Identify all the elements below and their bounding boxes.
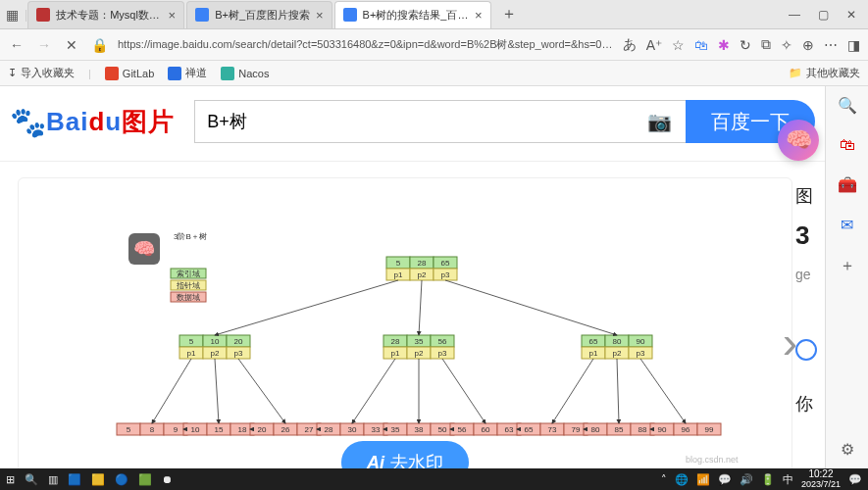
window-maximize-icon[interactable]: ▢	[818, 8, 829, 22]
address-url[interactable]: https://image.baidu.com/search/detail?ct…	[118, 37, 613, 52]
baidu-icon	[195, 8, 209, 22]
taskbar-app[interactable]: ⏺	[162, 473, 173, 485]
back-button[interactable]: ←	[8, 37, 26, 53]
svg-line-56	[419, 280, 422, 335]
new-tab-button[interactable]: ＋	[493, 4, 525, 24]
svg-text:p3: p3	[441, 270, 450, 279]
browser-tab-1[interactable]: B+树_百度图片搜索 ×	[186, 1, 332, 28]
stop-reload-button[interactable]: ✕	[63, 37, 80, 53]
shopping-icon[interactable]: 🛍	[694, 37, 708, 53]
tab-close-icon[interactable]: ×	[169, 8, 177, 23]
sidebar-toggle-icon[interactable]: ◨	[847, 37, 860, 53]
tray-ime[interactable]: 中	[783, 472, 793, 487]
window-minimize-icon[interactable]: —	[789, 8, 800, 22]
bplus-tree-diagram: 3阶B＋树索引域指针域数据域52865p1p2p351020p1p2p32835…	[19, 178, 793, 468]
tray-battery[interactable]: 🔋	[761, 473, 775, 486]
edge-tool-search[interactable]: 🔍	[838, 96, 857, 115]
taskbar-app[interactable]: 🟩	[138, 473, 152, 486]
taskbar-app[interactable]: 🔵	[115, 473, 128, 486]
bookmark-label: Nacos	[238, 68, 269, 79]
refresh-icon[interactable]: ↻	[740, 37, 751, 53]
svg-text:5: 5	[396, 259, 401, 268]
tray-chevron[interactable]: ˄	[661, 473, 667, 486]
forward-button[interactable]: →	[35, 37, 53, 53]
tray-icon[interactable]: 📶	[696, 473, 710, 486]
bookmark-nacos[interactable]: Nacos	[221, 67, 269, 80]
svg-text:79: 79	[572, 425, 581, 434]
tray-notifications[interactable]: 💬	[848, 473, 862, 486]
svg-text:p3: p3	[438, 349, 447, 358]
svg-text:索引域: 索引域	[177, 270, 200, 278]
svg-text:30: 30	[348, 425, 357, 434]
tray-icon[interactable]: 🌐	[675, 473, 689, 486]
svg-text:90: 90	[658, 425, 667, 434]
taskbar-app[interactable]: 🟦	[68, 473, 81, 486]
task-view-button[interactable]: ▥	[48, 473, 58, 486]
edge-tool-outlook[interactable]: ✉	[841, 216, 853, 234]
svg-text:p2: p2	[418, 270, 427, 279]
window-close-icon[interactable]: ✕	[846, 8, 856, 22]
svg-text:96: 96	[682, 425, 690, 434]
ai-float-button[interactable]: 🧠	[778, 120, 819, 161]
favorite-icon[interactable]: ☆	[672, 37, 685, 53]
svg-text:20: 20	[258, 425, 267, 434]
svg-text:blog.csdn.net: blog.csdn.net	[686, 455, 739, 465]
ai-label: Ai	[367, 453, 384, 469]
tray-sound[interactable]: 🔊	[740, 473, 753, 486]
svg-text:28: 28	[325, 425, 333, 434]
baidu-image-label: 图片	[122, 105, 175, 139]
svg-line-112	[152, 359, 191, 423]
extension-icon[interactable]: ✱	[718, 37, 730, 53]
tab-label: 技术专题：Mysql数据库（视图,	[56, 8, 162, 23]
edge-tool-settings[interactable]: ⚙	[841, 440, 854, 459]
svg-text:28: 28	[391, 337, 400, 346]
taskbar-time[interactable]: 10:22	[801, 469, 841, 479]
svg-text:90: 90	[637, 337, 645, 346]
remove-watermark-button[interactable]: Ai 去水印	[341, 441, 469, 468]
import-bookmarks-button[interactable]: ↧ 导入收藏夹	[8, 66, 75, 80]
svg-text:88: 88	[638, 425, 647, 434]
tab-label: B+树_百度图片搜索	[215, 8, 310, 23]
camera-search-icon[interactable]: 📷	[634, 110, 686, 133]
downloads-icon[interactable]: ⊕	[802, 37, 814, 53]
baidu-image-logo[interactable]: 🐾 Baidu 图片	[10, 105, 175, 139]
browser-tab-2[interactable]: B+树的搜索结果_百度图片搜索 ×	[334, 1, 491, 28]
svg-text:p3: p3	[637, 349, 645, 358]
svg-text:35: 35	[391, 425, 400, 434]
baidu-icon	[343, 8, 357, 22]
bookmark-label: 禅道	[185, 66, 207, 80]
import-label: 导入收藏夹	[21, 66, 75, 80]
other-bookmarks-button[interactable]: 📁 其他收藏夹	[789, 66, 860, 80]
search-button[interactable]: 🔍	[25, 473, 38, 486]
baidu-search-bar: 🐾 Baidu 图片 📷 百度一下	[0, 86, 825, 162]
tab-overview-icon[interactable]: ▦	[6, 7, 19, 23]
taskbar-app[interactable]: 🟨	[91, 473, 105, 486]
bookmark-gitlab[interactable]: GitLab	[105, 67, 154, 80]
bookmark-label: GitLab	[123, 68, 154, 79]
tab-close-icon[interactable]: ×	[475, 8, 483, 23]
tray-wechat[interactable]: 💬	[718, 473, 732, 486]
translate-icon[interactable]: あ	[623, 36, 637, 54]
site-lock-icon[interactable]: 🔒	[90, 37, 108, 53]
browser-tab-0[interactable]: 技术专题：Mysql数据库（视图, ×	[27, 1, 184, 28]
svg-text:65: 65	[525, 425, 534, 434]
edge-tool-more[interactable]: ＋	[840, 256, 855, 276]
start-button[interactable]: ⊞	[6, 473, 15, 486]
bookmark-zentao[interactable]: 禅道	[168, 66, 207, 80]
svg-text:p2: p2	[613, 349, 622, 358]
edge-tool-shop[interactable]: 🛍	[840, 136, 855, 154]
edge-tool-tools[interactable]: 🧰	[838, 175, 857, 194]
menu-icon[interactable]: ⋯	[824, 37, 838, 53]
taskbar-date[interactable]: 2023/7/21	[801, 479, 841, 489]
search-input[interactable]	[195, 112, 634, 132]
collections-icon[interactable]: ✧	[781, 37, 792, 53]
svg-text:3阶B＋树: 3阶B＋树	[174, 232, 207, 241]
read-aloud-icon[interactable]: A⁺	[646, 37, 662, 53]
split-icon[interactable]: ⧉	[761, 36, 771, 53]
pdf-icon	[36, 8, 50, 22]
svg-text:99: 99	[705, 425, 714, 434]
tab-close-icon[interactable]: ×	[316, 8, 324, 23]
svg-text:p3: p3	[234, 349, 243, 358]
svg-text:5: 5	[127, 425, 131, 434]
svg-line-118	[552, 359, 593, 423]
